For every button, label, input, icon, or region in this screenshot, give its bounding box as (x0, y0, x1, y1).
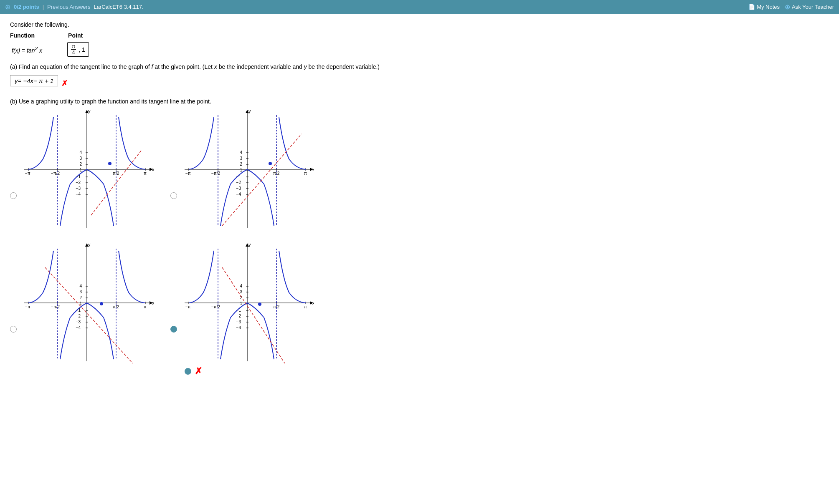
svg-point-33 (108, 162, 112, 165)
graph-svg-3: x y 4 3 2 1 −1 −2 (20, 242, 154, 363)
svg-text:1: 1 (240, 301, 242, 306)
svg-text:4: 4 (240, 150, 242, 155)
bottom-controls: ✗ (185, 366, 314, 377)
svg-text:−4: −4 (76, 325, 81, 330)
top-bar: ⊕ 0/2 points | Previous Answers LarCalcE… (0, 0, 839, 14)
svg-text:3: 3 (240, 290, 242, 294)
svg-text:−π: −π (185, 171, 191, 176)
svg-text:−4: −4 (76, 192, 81, 197)
radio-4[interactable] (170, 326, 177, 333)
function-expr: f(x) = tan2 x (12, 45, 42, 54)
svg-point-67 (269, 162, 272, 165)
svg-line-100 (45, 267, 133, 363)
table-data-row: f(x) = tan2 x π 4 , 1 (12, 42, 829, 57)
svg-text:π: π (144, 171, 147, 176)
graph-wrapper-4: x y 4 3 2 1 −1 −2 (180, 242, 314, 377)
svg-text:2: 2 (240, 162, 242, 166)
main-content: Consider the following. Function Point f… (0, 14, 839, 397)
svg-text:−π/2: −π/2 (211, 305, 221, 309)
part-a-text: (a) Find an equation of the tangent line… (10, 63, 829, 70)
svg-text:3: 3 (79, 290, 82, 294)
svg-text:π: π (304, 305, 307, 309)
svg-text:−2: −2 (236, 314, 241, 318)
point-header: Point (68, 32, 83, 39)
graph-container-4: x y 4 3 2 1 −1 −2 (170, 242, 314, 377)
svg-text:−π: −π (185, 305, 191, 309)
course-ref: LarCalcET6 3.4.117. (94, 4, 143, 10)
svg-text:1: 1 (240, 168, 242, 172)
answer-a-box: y = −4x − π + 1 (10, 75, 58, 86)
graph-container-3: x y 4 3 2 1 −1 −2 (10, 242, 154, 377)
svg-text:3: 3 (240, 156, 242, 161)
ask-plus-icon: ⊕ (785, 3, 790, 11)
consider-text: Consider the following. (10, 21, 829, 28)
graphs-section: x y 4 3 2 1 −1 −2 (10, 109, 829, 377)
svg-point-101 (100, 302, 103, 305)
notes-icon: 📄 (748, 4, 755, 10)
svg-text:−π: −π (25, 171, 30, 176)
answer-a-wrong-icon[interactable]: ✗ (61, 79, 68, 88)
svg-text:x: x (312, 167, 314, 172)
top-bar-right: 📄 My Notes ⊕ Ask Your Teacher (748, 3, 834, 11)
svg-text:−3: −3 (76, 320, 81, 324)
svg-text:3: 3 (79, 156, 82, 161)
radio-selected-indicator[interactable] (185, 368, 191, 375)
function-header: Function (10, 32, 35, 39)
graphs-row-1: x y 4 3 2 1 −1 −2 (10, 109, 829, 230)
svg-text:−π/2: −π/2 (51, 305, 60, 309)
my-notes-button[interactable]: 📄 My Notes (748, 4, 780, 10)
radio-1[interactable] (10, 192, 17, 199)
svg-text:y: y (88, 242, 91, 247)
graph-svg-1: x y 4 3 2 1 −1 −2 (20, 109, 154, 230)
svg-text:1: 1 (79, 168, 82, 172)
svg-text:−π: −π (25, 305, 30, 309)
svg-text:4: 4 (79, 150, 82, 155)
svg-text:−π/2: −π/2 (51, 171, 60, 176)
svg-text:π: π (144, 305, 147, 309)
graphs-row-2: x y 4 3 2 1 −1 −2 (10, 242, 829, 377)
top-bar-left: ⊕ 0/2 points | Previous Answers LarCalcE… (5, 3, 144, 11)
answer-a-row: y = −4x − π + 1 ✗ (10, 73, 829, 93)
table-header-row: Function Point (10, 32, 829, 39)
svg-text:−4: −4 (236, 325, 241, 330)
graph-svg-4: x y 4 3 2 1 −1 −2 (180, 242, 314, 363)
svg-text:−4: −4 (236, 192, 241, 197)
svg-text:y: y (88, 109, 91, 113)
svg-line-134 (222, 267, 285, 363)
submit-wrong-icon[interactable]: ✗ (195, 366, 202, 377)
svg-text:x: x (152, 300, 154, 305)
svg-text:x: x (312, 300, 314, 305)
ask-teacher-button[interactable]: ⊕ Ask Your Teacher (785, 3, 834, 11)
point-notation: π 4 , 1 (67, 42, 89, 57)
svg-text:2: 2 (79, 162, 82, 166)
svg-text:y: y (248, 242, 251, 247)
graph-container-1: x y 4 3 2 1 −1 −2 (10, 109, 154, 230)
svg-text:−2: −2 (76, 314, 81, 318)
points-badge: 0/2 points (14, 4, 39, 10)
radio-3[interactable] (10, 326, 17, 333)
svg-text:4: 4 (79, 284, 82, 288)
part-b-text: (b) Use a graphing utility to graph the … (10, 98, 829, 105)
previous-answers-link[interactable]: Previous Answers (47, 4, 90, 10)
svg-text:π: π (304, 171, 307, 176)
radio-2[interactable] (170, 192, 177, 199)
fraction: π 4 (71, 43, 76, 55)
graph-wrapper-1: x y 4 3 2 1 −1 −2 (20, 109, 154, 230)
svg-text:y: y (248, 109, 251, 113)
graph-wrapper-3: x y 4 3 2 1 −1 −2 (20, 242, 154, 363)
svg-text:2: 2 (79, 295, 82, 300)
function-table: Function Point f(x) = tan2 x π 4 , 1 (10, 32, 829, 57)
graph-svg-2: x y 4 3 2 1 −1 −2 (180, 109, 314, 230)
graph-container-2: x y 4 3 2 1 −1 −2 (170, 109, 314, 230)
svg-text:4: 4 (240, 284, 242, 288)
svg-text:−3: −3 (236, 320, 241, 324)
svg-point-135 (258, 302, 261, 306)
svg-text:x: x (152, 167, 154, 172)
svg-text:−3: −3 (76, 186, 81, 191)
graph-wrapper-2: x y 4 3 2 1 −1 −2 (180, 109, 314, 230)
svg-text:−3: −3 (236, 186, 241, 191)
svg-text:−π/2: −π/2 (211, 171, 221, 176)
svg-text:−2: −2 (76, 180, 81, 185)
svg-text:−2: −2 (236, 180, 241, 185)
plus-icon: ⊕ (5, 3, 10, 11)
